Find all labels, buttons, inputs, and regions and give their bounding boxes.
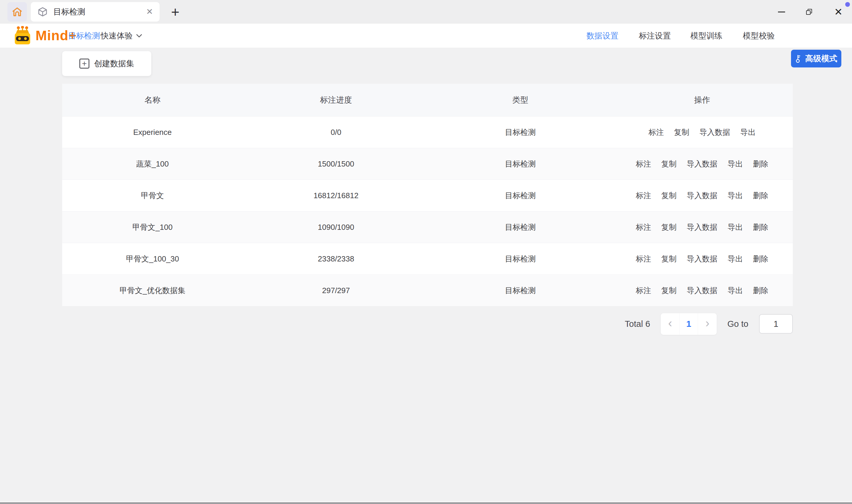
action-link[interactable]: 标注 <box>649 127 664 138</box>
tab-close-icon[interactable]: ✕ <box>146 8 153 16</box>
advanced-mode-button[interactable]: 高级模式 <box>791 50 841 68</box>
browser-tab[interactable]: 目标检测 ✕ <box>31 2 160 22</box>
table-row[interactable]: 甲骨文_100 1090/1090 目标检测 标注复制导入数据导出删除 <box>62 211 793 243</box>
mindplus-logo-icon <box>13 26 33 45</box>
table-row[interactable]: Experience 0/0 目标检测 标注复制导入数据导出 <box>62 116 793 148</box>
cell-progress: 297/297 <box>243 286 429 295</box>
column-header: 名称 <box>62 95 243 105</box>
nav-item-quick-experience[interactable]: 快速体验 <box>101 24 143 48</box>
action-link[interactable]: 删除 <box>753 285 768 296</box>
cell-actions: 标注复制导入数据导出删除 <box>611 285 793 296</box>
notification-dot <box>845 2 850 7</box>
table-row[interactable]: 甲骨文 16812/16812 目标检测 标注复制导入数据导出删除 <box>62 180 793 211</box>
action-link[interactable]: 复制 <box>661 285 677 296</box>
action-link[interactable]: 复制 <box>661 191 677 201</box>
page-number-button[interactable]: 1 <box>679 313 698 335</box>
action-link[interactable]: 导出 <box>741 127 756 138</box>
cube-icon <box>37 6 48 17</box>
chevron-right-icon: › <box>706 317 709 331</box>
nav-item-label: 快速体验 <box>101 31 133 41</box>
cell-name: 蔬菜_100 <box>62 159 243 169</box>
prev-page-button[interactable]: ‹ <box>661 313 679 335</box>
action-link[interactable]: 标注 <box>636 191 651 201</box>
action-link[interactable]: 导出 <box>728 254 743 264</box>
total-count-label: Total 6 <box>625 319 650 329</box>
table-body: Experience 0/0 目标检测 标注复制导入数据导出 蔬菜_100 15… <box>62 116 793 306</box>
cell-type: 目标检测 <box>429 285 611 296</box>
action-link[interactable]: 复制 <box>661 254 677 264</box>
action-link[interactable]: 导入数据 <box>687 285 718 296</box>
table-row[interactable]: 蔬菜_100 1500/1500 目标检测 标注复制导入数据导出删除 <box>62 148 793 180</box>
action-link[interactable]: 导出 <box>728 191 743 201</box>
cell-type: 目标检测 <box>429 254 611 264</box>
table-row[interactable]: 甲骨文_优化数据集 297/297 目标检测 标注复制导入数据导出删除 <box>62 274 793 306</box>
action-link[interactable]: 标注 <box>636 222 651 233</box>
action-link[interactable]: 导入数据 <box>687 254 718 264</box>
chevron-left-icon: ‹ <box>668 317 672 331</box>
nav-item-data-settings[interactable]: 数据设置 <box>587 24 619 48</box>
nav-item-model-validation[interactable]: 模型校验 <box>743 24 775 48</box>
create-dataset-label: 创建数据集 <box>94 58 134 69</box>
minimize-icon <box>778 12 785 13</box>
action-link[interactable]: 导入数据 <box>699 127 730 138</box>
plus-square-icon: + <box>79 58 89 69</box>
cell-name: 甲骨文_100_30 <box>62 254 243 264</box>
cell-name: 甲骨文 <box>62 191 243 201</box>
advanced-mode-label: 高级模式 <box>805 53 837 64</box>
current-page: 1 <box>686 319 691 329</box>
action-link[interactable]: 导出 <box>728 222 743 233</box>
window-minimize-button[interactable] <box>773 4 790 19</box>
action-link[interactable]: 导出 <box>728 285 743 296</box>
tab-title: 目标检测 <box>53 6 85 17</box>
home-icon <box>11 6 23 18</box>
action-link[interactable]: 复制 <box>661 222 677 233</box>
table-row[interactable]: 甲骨文_100_30 2338/2338 目标检测 标注复制导入数据导出删除 <box>62 243 793 274</box>
action-link[interactable]: 删除 <box>753 222 768 233</box>
action-link[interactable]: 标注 <box>636 285 651 296</box>
create-dataset-button[interactable]: + 创建数据集 <box>62 51 151 76</box>
new-tab-button[interactable]: + <box>167 3 184 21</box>
cell-name: Experience <box>62 128 243 137</box>
action-link[interactable]: 导入数据 <box>687 222 718 233</box>
titlebar: 目标检测 ✕ + ✕ <box>0 0 852 24</box>
cell-progress: 0/0 <box>243 128 429 137</box>
action-link[interactable]: 标注 <box>636 254 651 264</box>
nav-item-object-detection[interactable]: 目标检测 <box>68 24 100 48</box>
action-link[interactable]: 删除 <box>753 191 768 201</box>
cell-actions: 标注复制导入数据导出删除 <box>611 191 793 201</box>
action-link[interactable]: 删除 <box>753 254 768 264</box>
action-link[interactable]: 删除 <box>753 159 768 169</box>
action-link[interactable]: 导出 <box>728 159 743 169</box>
cell-actions: 标注复制导入数据导出删除 <box>611 222 793 233</box>
goto-label: Go to <box>727 319 748 329</box>
cell-type: 目标检测 <box>429 159 611 169</box>
navbar: Mind+ 目标检测 快速体验 数据设置 标注设置 模型训练 模型校验 高级模式 <box>0 24 852 48</box>
cell-progress: 16812/16812 <box>243 191 429 200</box>
cell-actions: 标注复制导入数据导出删除 <box>611 159 793 169</box>
chevron-down-icon <box>136 33 143 38</box>
next-page-button[interactable]: › <box>698 313 717 335</box>
nav-item-annotation-settings[interactable]: 标注设置 <box>639 24 671 48</box>
cell-name: 甲骨文_优化数据集 <box>62 285 243 296</box>
pager: ‹ 1 › <box>661 313 717 335</box>
dataset-table: 名称标注进度类型操作 Experience 0/0 目标检测 标注复制导入数据导… <box>62 84 793 306</box>
pagination: Total 6 ‹ 1 › Go to <box>62 313 793 335</box>
cell-progress: 1500/1500 <box>243 159 429 168</box>
column-header: 标注进度 <box>243 95 429 105</box>
table-header-row: 名称标注进度类型操作 <box>62 84 793 116</box>
window-close-button[interactable]: ✕ <box>830 4 847 19</box>
window-restore-button[interactable] <box>801 4 817 19</box>
cell-progress: 2338/2338 <box>243 254 429 264</box>
cell-type: 目标检测 <box>429 191 611 201</box>
cell-type: 目标检测 <box>429 127 611 138</box>
action-link[interactable]: 复制 <box>661 159 677 169</box>
cell-progress: 1090/1090 <box>243 223 429 232</box>
nav-item-model-training[interactable]: 模型训练 <box>690 24 722 48</box>
action-link[interactable]: 标注 <box>636 159 651 169</box>
goto-page-input[interactable] <box>759 314 793 334</box>
action-link[interactable]: 导入数据 <box>687 191 718 201</box>
action-link[interactable]: 复制 <box>674 127 690 138</box>
column-header: 类型 <box>429 95 611 105</box>
home-button[interactable] <box>7 2 27 22</box>
action-link[interactable]: 导入数据 <box>687 159 718 169</box>
